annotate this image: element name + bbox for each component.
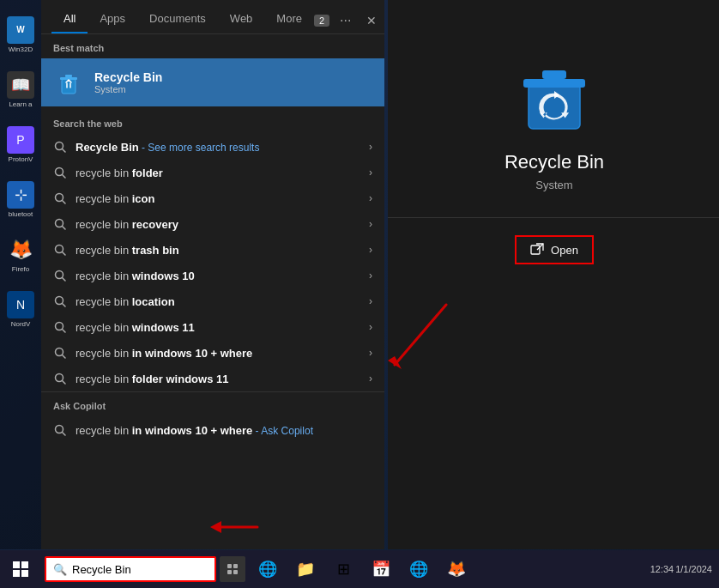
desktop-icon-learn[interactable]: 📖 Learn a xyxy=(2,64,39,115)
svg-line-6 xyxy=(63,175,66,179)
taskbar-search-text: Recycle Bin xyxy=(72,563,208,576)
ask-copilot-label: Ask Copilot xyxy=(53,401,372,411)
tab-all[interactable]: All xyxy=(51,7,88,33)
taskbar-app-calendar[interactable]: 📅 xyxy=(364,552,398,586)
taskbar-app-explorer[interactable]: 📁 xyxy=(288,552,323,586)
search-icon-4 xyxy=(53,243,67,257)
svg-line-24 xyxy=(63,433,66,436)
svg-rect-36 xyxy=(13,570,20,577)
result-item-4[interactable]: recycle bin trash bin › xyxy=(41,237,384,263)
taskbar-app-chrome[interactable]: 🌐 xyxy=(402,552,436,586)
tab-badge: 2 xyxy=(314,15,329,27)
result-item-5[interactable]: recycle bin windows 10 › xyxy=(41,263,384,288)
detail-subtitle: System xyxy=(535,179,572,191)
tabs-bar: All Apps Documents Web More 2 ··· ✕ xyxy=(41,0,384,34)
best-match-item[interactable]: Recycle Bin System xyxy=(41,58,384,106)
svg-rect-34 xyxy=(13,561,20,568)
tab-web[interactable]: Web xyxy=(218,7,265,33)
desktop-icon-nordvpn[interactable]: N NordV xyxy=(2,283,39,335)
svg-rect-28 xyxy=(531,246,540,254)
result-arrow-5: › xyxy=(369,270,372,282)
taskbar-right: 12:34 1/1/2024 xyxy=(650,564,719,574)
result-text-4: recycle bin trash bin xyxy=(76,244,360,257)
svg-rect-37 xyxy=(21,570,28,577)
detail-panel: Recycle Bin System Open xyxy=(388,0,719,549)
svg-rect-25 xyxy=(529,84,580,129)
detail-title: Recycle Bin xyxy=(505,151,604,173)
search-icon-2 xyxy=(53,191,67,205)
desktop-icon-proton[interactable]: P ProtonV xyxy=(2,118,39,170)
copilot-item-text: recycle bin in windows 10 + where - Ask … xyxy=(76,424,372,437)
result-item-see-more[interactable]: Recycle Bin - See more search results › xyxy=(41,134,384,160)
result-arrow-8: › xyxy=(369,347,372,359)
result-text-6: recycle bin location xyxy=(76,295,360,308)
result-text-0: Recycle Bin - See more search results xyxy=(76,141,360,154)
result-item-7[interactable]: recycle bin windows 11 › xyxy=(41,314,384,340)
desktop-icon-win32[interactable]: W Win32D xyxy=(2,9,39,60)
task-view-button[interactable] xyxy=(220,556,245,582)
result-arrow-2: › xyxy=(369,192,372,204)
result-arrow-1: › xyxy=(369,167,372,179)
svg-rect-35 xyxy=(21,561,28,568)
system-tray-time: 12:34 xyxy=(650,564,674,574)
svg-line-22 xyxy=(63,381,66,385)
result-arrow-3: › xyxy=(369,218,372,230)
taskbar-app-store[interactable]: ⊞ xyxy=(326,552,360,586)
desktop-icon-bluetooth[interactable]: ⊹ bluetoot xyxy=(2,173,39,225)
svg-rect-40 xyxy=(227,570,232,574)
svg-rect-27 xyxy=(542,70,566,79)
result-item-6[interactable]: recycle bin location › xyxy=(41,288,384,314)
result-arrow-6: › xyxy=(369,295,372,307)
open-label: Open xyxy=(551,244,578,257)
taskbar: 🔍 Recycle Bin 🌐 📁 ⊞ 📅 🌐 🦊 12:34 1/1/2024 xyxy=(0,550,719,588)
svg-rect-2 xyxy=(65,75,72,77)
result-item-2[interactable]: recycle bin icon › xyxy=(41,185,384,211)
result-text-8: recycle bin in windows 10 + where xyxy=(76,347,360,360)
search-icon-7 xyxy=(53,320,67,334)
best-match-label: Best match xyxy=(41,34,384,58)
search-icon-3 xyxy=(53,217,67,231)
best-match-subtitle: System xyxy=(94,84,162,94)
tabs-right: 2 ··· ✕ xyxy=(314,11,382,30)
ask-copilot-section: Ask Copilot recycle bin in windows 10 + … xyxy=(41,391,384,447)
svg-rect-0 xyxy=(62,79,76,94)
system-tray-date: 1/1/2024 xyxy=(675,564,712,574)
desktop-icon-firefox[interactable]: 🦊 Firefo xyxy=(2,228,39,280)
svg-line-20 xyxy=(63,355,66,359)
taskbar-app-firefox[interactable]: 🦊 xyxy=(439,552,474,586)
svg-line-12 xyxy=(63,252,66,256)
tab-dots[interactable]: ··· xyxy=(336,11,354,30)
copilot-search-icon xyxy=(53,423,67,437)
tab-close-button[interactable]: ✕ xyxy=(361,12,382,29)
svg-line-10 xyxy=(63,227,66,230)
best-match-title: Recycle Bin xyxy=(94,70,162,84)
ask-copilot-item[interactable]: recycle bin in windows 10 + where - Ask … xyxy=(53,416,372,444)
tab-documents[interactable]: Documents xyxy=(137,7,218,33)
result-text-1: recycle bin folder xyxy=(76,167,360,179)
result-item-9[interactable]: recycle bin folder windows 11 › xyxy=(41,366,384,391)
search-results-panel: All Apps Documents Web More 2 ··· ✕ Best… xyxy=(41,0,384,549)
svg-line-4 xyxy=(63,149,66,153)
result-text-9: recycle bin folder windows 11 xyxy=(76,373,360,385)
search-icon-5 xyxy=(53,269,67,282)
result-item-8[interactable]: recycle bin in windows 10 + where › xyxy=(41,340,384,366)
result-text-3: recycle bin recovery xyxy=(76,218,360,231)
start-button[interactable] xyxy=(0,550,41,588)
open-button[interactable]: Open xyxy=(515,235,594,264)
tab-apps[interactable]: Apps xyxy=(88,7,137,33)
result-arrow-7: › xyxy=(369,321,372,333)
taskbar-search-icon: 🔍 xyxy=(53,563,67,576)
svg-rect-38 xyxy=(227,564,232,568)
search-content: Best match Recycle Bin System xyxy=(41,34,384,549)
taskbar-search-box[interactable]: 🔍 Recycle Bin xyxy=(45,556,216,582)
svg-line-16 xyxy=(63,304,66,307)
taskbar-app-edge[interactable]: 🌐 xyxy=(251,552,285,586)
open-icon xyxy=(530,243,544,257)
result-text-7: recycle bin windows 11 xyxy=(76,321,360,334)
result-item-1[interactable]: recycle bin folder › xyxy=(41,160,384,185)
svg-line-18 xyxy=(63,330,66,333)
result-item-3[interactable]: recycle bin recovery › xyxy=(41,211,384,237)
svg-rect-41 xyxy=(233,570,238,574)
svg-line-8 xyxy=(63,201,66,204)
tab-more[interactable]: More xyxy=(264,7,314,33)
